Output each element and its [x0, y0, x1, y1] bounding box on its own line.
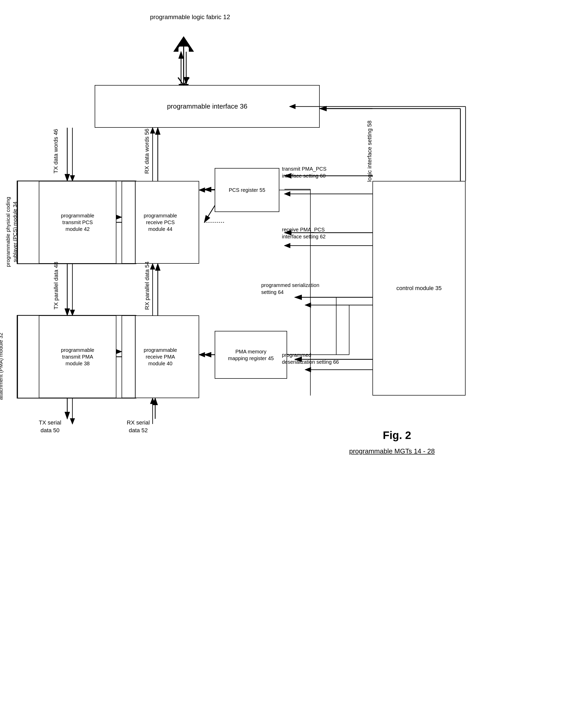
programmed-deserial-label: programmeddeserialization setting 66 — [282, 352, 370, 366]
pcs-module-label: programmable physical codingsublayer (PC… — [5, 191, 19, 273]
transmit-pma-box: programmabletransmit PMAmodule 38 — [39, 315, 116, 398]
pma-memory-label: PMA memorymapping register 45 — [228, 348, 274, 362]
receive-pma-box: programmablereceive PMAmodule 40 — [121, 315, 199, 398]
receive-pcs-box: programmablereceive PCSmodule 44 — [121, 181, 199, 264]
fig-sublabel: programmable MGTs 14 - 28 — [349, 447, 435, 455]
tx-serial-label: TX serialdata 50 — [39, 419, 61, 434]
programmed-serial-label: programmed serializationsetting 64 — [261, 282, 360, 296]
fig-label: Fig. 2 — [383, 429, 411, 442]
rx-serial-label: RX serialdata 52 — [127, 419, 150, 434]
transmit-pcs-box: programmabletransmit PCSmodule 42 — [39, 181, 116, 264]
transmit-pcs-label: programmabletransmit PCSmodule 42 — [61, 212, 94, 232]
control-module-box: control module 35 — [373, 181, 466, 396]
tx-parallel-data-label: TX parallel data 48 — [52, 262, 60, 310]
control-module-label: control module 35 — [397, 285, 442, 292]
programmable-interface-label: programmable interface 36 — [167, 102, 247, 111]
diagram-container: programmable logic fabric 12 programmabl… — [0, 0, 561, 728]
receive-pma-label: programmablereceive PMAmodule 40 — [144, 347, 177, 367]
programmable-interface-box: programmable interface 36 — [95, 85, 320, 128]
pma-module-label: programmable physical mediaattachment (P… — [0, 325, 4, 408]
pcs-register-label: PCS register 55 — [229, 187, 265, 193]
receive-pma-pcs-label: receive PMA_PCSinterface setting 62 — [282, 226, 370, 240]
rx-data-words-label: RX data words 56 — [143, 128, 151, 174]
logic-fabric-label: programmable logic fabric 12 — [150, 13, 230, 21]
pma-memory-box: PMA memorymapping register 45 — [215, 331, 287, 379]
pcs-register-box: PCS register 55 — [215, 168, 279, 212]
transmit-pma-pcs-label: transmit PMA_PCSinterface setting 60 — [282, 165, 370, 179]
transmit-pma-label: programmabletransmit PMAmodule 38 — [61, 347, 94, 367]
svg-marker-4 — [173, 36, 194, 52]
rx-parallel-data-label: RX parallel data 54 — [143, 261, 151, 310]
receive-pcs-label: programmablereceive PCSmodule 44 — [144, 212, 177, 232]
tx-data-words-label: TX data words 46 — [52, 129, 60, 173]
